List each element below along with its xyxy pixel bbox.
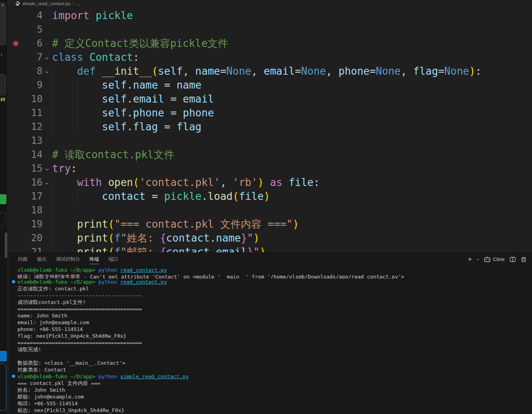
- breakpoint-icon[interactable]: [13, 41, 18, 46]
- breakpoint-gutter[interactable]: [8, 78, 20, 92]
- code-token: f: [115, 232, 121, 244]
- terminal-line: 错误: 读取文件时发生异常 - Can't get attribute 'Con…: [17, 273, 532, 279]
- breakpoint-gutter[interactable]: [8, 203, 20, 217]
- terminal-text: ========================================: [17, 340, 142, 346]
- terminal-line: [17, 353, 532, 360]
- code-token: :: [314, 176, 320, 188]
- code-token: "邮箱:: [120, 246, 160, 252]
- panel-tab-bar: 问题输出调试控制台终端端口 + › Cline: [8, 253, 532, 266]
- code-token: load: [208, 190, 233, 202]
- code-token: def: [77, 65, 96, 77]
- terminal-output[interactable]: vlsmb@vlsmb-fuko ~/D/app> python read_co…: [8, 266, 532, 414]
- panel-tab-problems[interactable]: 问题: [18, 253, 27, 266]
- panel-tabs: 问题输出调试控制台终端端口: [18, 253, 128, 266]
- breakpoint-gutter[interactable]: [8, 176, 20, 190]
- panel-tab-debug-console[interactable]: 调试控制台: [56, 253, 80, 266]
- code-token: self: [102, 79, 127, 91]
- code-token: ): [253, 232, 260, 244]
- scrollbar-thumb[interactable]: [5, 232, 7, 258]
- code-token: ): [260, 246, 266, 252]
- breakpoint-gutter[interactable]: [8, 231, 20, 245]
- code-line-content: print(f"姓名: {contact.name}"): [52, 231, 532, 245]
- code-area[interactable]: 4import pickle56# 定义Contact类以兼容pickle文件7…: [8, 7, 532, 252]
- breadcrumb-file[interactable]: simple_read_contact.py: [22, 1, 70, 6]
- breakpoint-gutter[interactable]: [8, 148, 20, 162]
- code-token: # 定义Contact类以兼容pickle文件: [52, 37, 228, 49]
- terminal-text: email: john@example.com: [17, 319, 89, 325]
- code-token: [52, 176, 77, 188]
- close-icon[interactable]: ×: [1, 3, 4, 8]
- breakpoint-gutter[interactable]: [8, 245, 20, 252]
- code-line-content: [52, 203, 532, 217]
- code-token: print: [77, 218, 108, 230]
- code-token: import: [52, 10, 89, 21]
- terminal-text: phone: +86-555-114514: [17, 326, 83, 332]
- code-token: self: [102, 93, 127, 105]
- code-token: (: [133, 176, 140, 188]
- panel-tab-ports[interactable]: 端口: [109, 253, 118, 266]
- fold-gutter: ›: [43, 50, 52, 64]
- terminal-text: 姓名: John Smith: [17, 387, 65, 393]
- breakpoint-gutter[interactable]: [8, 134, 20, 148]
- breakpoint-gutter[interactable]: [8, 106, 20, 120]
- code-token: name: [133, 79, 158, 91]
- breakpoint-gutter[interactable]: [8, 92, 20, 106]
- breakpoint-gutter[interactable]: [8, 50, 20, 64]
- code-token: self: [102, 121, 127, 133]
- code-token: contact: [166, 246, 210, 252]
- breakpoint-gutter[interactable]: [8, 37, 20, 50]
- terminal-line: ========================================: [17, 339, 532, 346]
- breakpoint-gutter[interactable]: [8, 23, 20, 37]
- panel-tab-output[interactable]: 输出: [37, 253, 47, 266]
- fold-gutter: [43, 37, 52, 50]
- indent-guide: [52, 217, 52, 231]
- command-decoration-icon[interactable]: [12, 375, 15, 378]
- terminal-text: 正在读取文件: contact.pkl: [17, 286, 89, 292]
- code-line-content: import pickle: [52, 9, 532, 23]
- line-number: 9: [20, 78, 43, 92]
- code-token: email: [216, 246, 247, 252]
- breadcrumb[interactable]: simple_read_contact.py › …: [8, 0, 532, 7]
- breakpoint-gutter[interactable]: [8, 162, 20, 176]
- cline-terminal-button[interactable]: Cline: [484, 256, 505, 262]
- breakpoint-gutter[interactable]: [8, 190, 20, 203]
- line-number: 10: [20, 92, 43, 106]
- breakpoint-gutter[interactable]: [8, 217, 20, 231]
- command-decoration-icon[interactable]: [12, 280, 15, 283]
- vscode-window: × › ▮▮ simple_read_contact.py › … 4impor…: [0, 0, 532, 414]
- code-token: contact: [102, 190, 146, 202]
- panel-actions: + › Cline: [468, 256, 526, 263]
- cline-robot-icon: [484, 256, 491, 262]
- split-terminal-button[interactable]: [510, 257, 516, 262]
- chevron-right-icon: ›: [1, 52, 2, 57]
- new-terminal-button[interactable]: +: [468, 256, 472, 263]
- code-token: [89, 10, 96, 21]
- terminal-text: read_contact.py: [120, 267, 167, 273]
- code-token: flag: [133, 121, 158, 133]
- code-line: 21 print(f"邮箱: {contact.email}"): [8, 245, 532, 252]
- kill-terminal-button[interactable]: [521, 256, 526, 262]
- terminal-profile-dropdown[interactable]: ›: [477, 257, 479, 262]
- code-editor: simple_read_contact.py › … 4import pickl…: [8, 0, 532, 252]
- code-token: (: [108, 232, 115, 244]
- code-token: phone: [183, 107, 214, 119]
- code-token: # 读取contact.pkl文件: [52, 149, 175, 161]
- terminal-text: === contact.pkl 文件内容 ===: [17, 380, 101, 386]
- line-number: 17: [20, 190, 43, 203]
- breakpoint-gutter[interactable]: [8, 120, 20, 134]
- terminal-line: phone: +86-555-114514: [17, 326, 532, 333]
- code-line: 17 contact = pickle.load(file): [8, 190, 532, 203]
- breakpoint-gutter[interactable]: [8, 9, 20, 23]
- terminal-text: 错误: 读取文件时发生异常 - Can't get attribute 'Con…: [17, 274, 404, 279]
- code-token: pickle: [164, 190, 202, 202]
- code-token: =: [146, 190, 164, 202]
- breakpoint-gutter[interactable]: [8, 64, 20, 78]
- chevron-down-icon: ›: [475, 259, 481, 260]
- panel-tab-terminal[interactable]: 终端: [89, 253, 99, 266]
- code-token: name: [177, 79, 202, 91]
- breadcrumb-more[interactable]: …: [76, 1, 81, 6]
- terminal-line: 姓名: John Smith: [17, 387, 532, 393]
- terminal-line: 成功读取contact.pkl文件!: [17, 299, 532, 306]
- fold-gutter: [43, 245, 52, 252]
- indent-guide: [52, 245, 52, 252]
